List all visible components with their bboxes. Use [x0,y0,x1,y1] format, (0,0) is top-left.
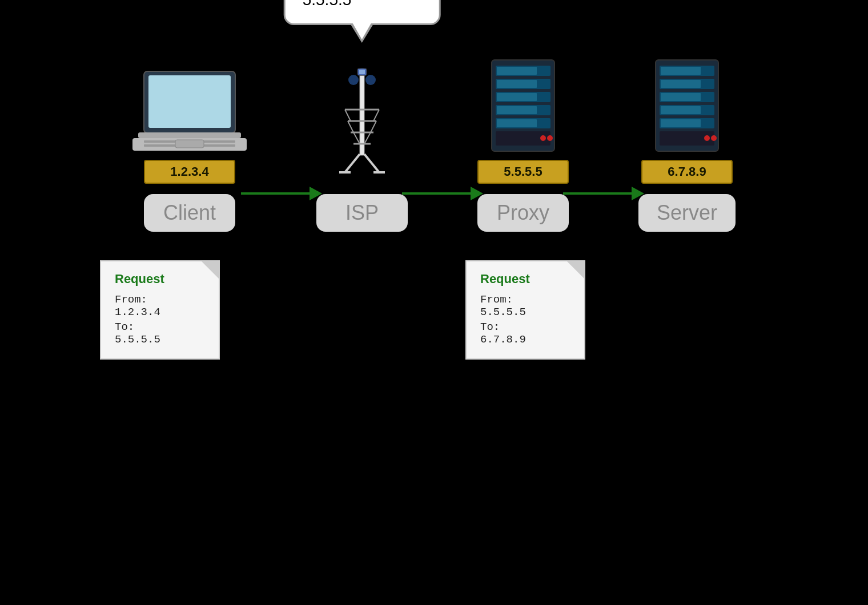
svg-rect-48 [661,93,701,101]
svg-point-40 [540,135,546,141]
isp-doc-slot [263,243,423,360]
svg-rect-46 [661,80,701,88]
server-doc-slot [628,243,788,360]
proxy-from-label: From: [480,293,513,306]
client-label: Client [144,194,235,232]
svg-line-22 [345,154,360,172]
isp-label: ISP [316,194,408,232]
arrow-1 [241,187,322,200]
svg-point-41 [547,135,553,141]
proxy-doc-from: From: 5.5.5.5 [480,293,570,318]
speech-bubble: 1.2.3.4 sent a request to 5.5.5.5 [284,0,441,25]
proxy-request-doc: Request From: 5.5.5.5 To: 6.7.8.9 [465,260,585,360]
arrow-2 [402,187,483,200]
svg-line-23 [364,154,379,172]
proxy-to-label: To: [480,321,500,333]
client-doc-title: Request [115,272,205,287]
svg-rect-38 [497,119,537,127]
svg-rect-44 [661,67,701,75]
proxy-ip: 5.5.5.5 [477,160,569,184]
server-icon [653,57,721,154]
svg-line-21 [364,132,371,144]
proxy-label: Proxy [477,194,569,232]
node-proxy: 5.5.5.5 Proxy [477,57,569,232]
svg-point-55 [711,135,717,141]
client-doc-slot: Request From: 1.2.3.4 To: 5.5.5.5 [80,243,240,360]
server-label: Server [638,194,736,232]
to-label: To: [115,321,134,333]
tower-icon [333,64,391,178]
svg-rect-50 [661,106,701,114]
node-isp: 1.2.3.4 sent a request to 5.5.5.5 [316,64,408,232]
svg-rect-34 [497,93,537,101]
client-doc-to: To: 5.5.5.5 [115,321,205,346]
proxy-doc-title: Request [480,272,570,287]
svg-line-17 [348,121,353,132]
proxy-server-icon [489,57,557,154]
svg-line-19 [373,110,379,121]
svg-point-54 [704,135,710,141]
proxy-doc-slot: Request From: 5.5.5.5 To: 6.7.8.9 [445,243,605,360]
svg-rect-32 [497,80,537,88]
node-client: 1.2.3.4 Client [132,68,247,232]
arrow-line-3 [563,192,632,195]
arrow-line-1 [241,192,310,195]
client-doc-from: From: 1.2.3.4 [115,293,205,318]
client-ip: 1.2.3.4 [144,160,235,184]
svg-point-8 [348,75,359,85]
node-server: 6.7.8.9 Server [638,57,736,232]
laptop-icon [132,68,247,154]
nodes-row: 1.2.3.4 Client 1.2.3.4 sent a request to… [34,57,834,232]
proxy-doc-to: To: 6.7.8.9 [480,321,570,346]
svg-rect-6 [175,140,204,148]
from-label: From: [115,293,147,306]
svg-line-15 [345,110,351,121]
svg-rect-1 [148,75,231,128]
client-request-doc: Request From: 1.2.3.4 To: 5.5.5.5 [100,260,220,360]
svg-rect-36 [497,106,537,114]
svg-line-20 [371,121,376,132]
server-ip: 6.7.8.9 [641,160,733,184]
svg-rect-30 [497,67,537,75]
svg-line-18 [353,132,360,144]
svg-rect-2 [138,132,241,138]
speech-line3: 5.5.5.5 [303,0,352,9]
arrow-line-2 [402,192,471,195]
svg-point-9 [365,75,376,85]
diagram: 1.2.3.4 Client 1.2.3.4 sent a request to… [34,23,834,582]
arrow-3 [563,187,644,200]
svg-rect-52 [661,119,701,127]
svg-rect-27 [359,70,365,74]
